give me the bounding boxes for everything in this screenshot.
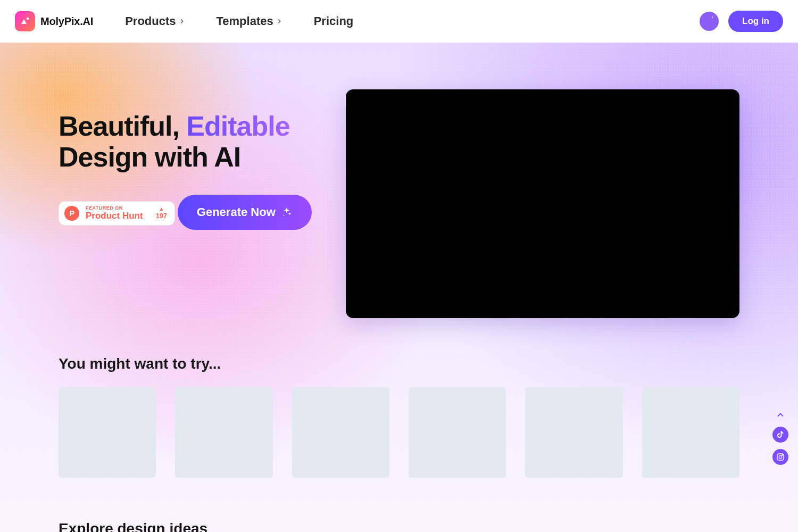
ph-votes: ▲ 197 [156, 206, 168, 220]
generate-label: Generate Now [197, 205, 276, 219]
hero-title-pre: Beautiful, [59, 111, 186, 142]
instagram-link[interactable] [772, 449, 788, 465]
hero-title-post: Design with AI [59, 142, 240, 172]
try-card[interactable] [175, 387, 272, 478]
nav-label: Products [125, 14, 176, 28]
ph-vote-count: 197 [156, 212, 168, 220]
try-card[interactable] [525, 387, 622, 478]
try-card[interactable] [409, 387, 506, 478]
try-section-title: You might want to try... [59, 355, 739, 372]
try-card[interactable] [59, 387, 156, 478]
svg-point-1 [27, 18, 29, 20]
generate-now-button[interactable]: Generate Now [178, 195, 312, 230]
tiktok-link[interactable] [772, 427, 788, 443]
logo[interactable]: MolyPix.AI [15, 11, 93, 31]
hero-left: Beautiful, Editable Design with AI P FEA… [59, 89, 325, 230]
scroll-up-button[interactable] [775, 410, 786, 420]
nav-label: Templates [217, 14, 273, 28]
try-card[interactable] [292, 387, 389, 478]
svg-marker-0 [21, 19, 27, 24]
product-hunt-badge[interactable]: P FEATURED ON Product Hunt ▲ 197 [59, 201, 175, 226]
chevron-right-icon [178, 18, 186, 25]
instagram-icon [776, 453, 785, 461]
nav-item-templates[interactable]: Templates [217, 14, 283, 28]
nav-item-pricing[interactable]: Pricing [314, 14, 354, 28]
logo-mark-icon [15, 11, 35, 31]
navbar: MolyPix.AI Products Templates Pricing Lo… [0, 0, 798, 43]
logo-text: MolyPix.AI [40, 15, 93, 28]
nav-label: Pricing [314, 14, 354, 28]
ph-name: Product Hunt [86, 211, 143, 221]
upvote-icon: ▲ [159, 206, 164, 212]
nav-right: Log in [700, 11, 783, 32]
svg-point-4 [782, 455, 783, 455]
discord-button[interactable] [700, 12, 719, 31]
explore-section-title: Explore design ideas [59, 520, 739, 532]
hero-section: Beautiful, Editable Design with AI P FEA… [0, 43, 798, 532]
svg-point-3 [779, 455, 782, 458]
discord-icon [704, 16, 714, 27]
hero-title: Beautiful, Editable Design with AI [59, 111, 325, 172]
nav-item-products[interactable]: Products [125, 14, 185, 28]
nav-items: Products Templates Pricing [125, 14, 353, 28]
tiktok-icon [776, 430, 785, 439]
social-rail [772, 410, 788, 465]
login-button[interactable]: Log in [728, 11, 783, 32]
chevron-right-icon [276, 18, 283, 25]
hero-video-preview[interactable] [346, 89, 739, 318]
try-card[interactable] [642, 387, 739, 478]
try-grid [59, 387, 739, 478]
hero-title-accent: Editable [186, 111, 289, 142]
sparkle-icon [281, 206, 293, 218]
product-hunt-icon: P [64, 206, 79, 221]
